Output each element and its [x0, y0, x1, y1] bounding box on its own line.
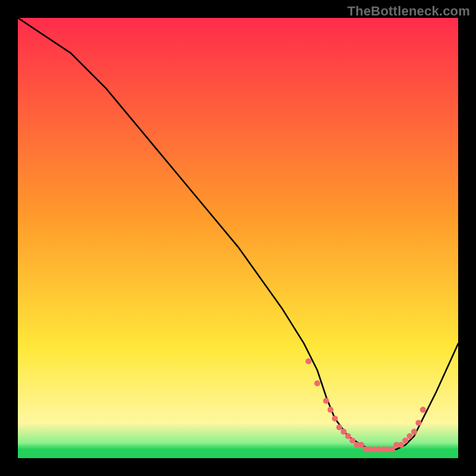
optimal-marker-dot: [402, 437, 408, 443]
optimal-marker-dot: [327, 407, 333, 413]
optimal-marker-dot: [411, 429, 417, 435]
optimal-marker-dot: [332, 415, 338, 421]
optimal-marker-dot: [398, 442, 404, 448]
watermark-text: TheBottleneck.com: [347, 4, 470, 19]
chart-frame: TheBottleneck.com: [0, 0, 476, 476]
optimal-marker-dot: [341, 429, 347, 435]
optimal-marker-dot: [358, 442, 364, 448]
optimal-marker-dot: [420, 407, 426, 413]
optimal-marker-dot: [415, 420, 421, 426]
curve-layer: [18, 18, 458, 458]
optimal-marker-dot: [305, 358, 311, 364]
optimal-marker-dot: [336, 424, 342, 430]
optimal-marker-dot: [407, 433, 413, 439]
optimal-marker-dot: [349, 437, 355, 443]
optimal-marker-dot: [314, 380, 320, 386]
mismatch-curve: [18, 18, 458, 449]
plot-area: [18, 18, 458, 458]
optimal-marker-dot: [345, 433, 351, 439]
optimal-marker-dot: [389, 446, 395, 452]
optimal-marker-dot: [323, 398, 329, 404]
